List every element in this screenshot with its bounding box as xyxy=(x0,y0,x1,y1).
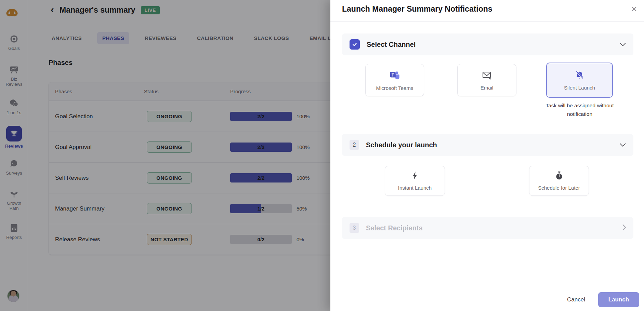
bell-slash-icon xyxy=(575,70,585,80)
schedule-option-label: Instant Launch xyxy=(398,185,432,191)
cancel-button[interactable]: Cancel xyxy=(567,296,585,303)
close-icon[interactable]: ✕ xyxy=(628,3,640,15)
chevron-down-icon xyxy=(620,41,626,48)
step-number-badge: 3 xyxy=(350,223,359,233)
step-complete-checkbox[interactable] xyxy=(350,39,360,50)
stopwatch-icon xyxy=(555,171,564,180)
modal-footer: Cancel Launch xyxy=(330,288,644,311)
section-title: Select Recipients xyxy=(366,224,423,232)
channel-option-label: Email xyxy=(481,85,494,91)
schedule-option-schedule-for-later[interactable]: Schedule for Later xyxy=(529,166,589,196)
section-title: Select Channel xyxy=(367,41,416,49)
microsoft-teams-icon xyxy=(389,70,400,81)
launch-notifications-modal: Launch Manager Summary Notifications ✕ S… xyxy=(330,0,644,311)
channel-option-email[interactable]: Email xyxy=(457,64,516,96)
schedule-option-instant-launch[interactable]: Instant Launch xyxy=(385,166,445,196)
channel-option-label: Silent Launch xyxy=(564,85,595,91)
chevron-down-icon xyxy=(620,142,626,148)
launch-button[interactable]: Launch xyxy=(598,292,639,307)
schedule-launch-section-header[interactable]: 2 Schedule your launch xyxy=(342,134,633,156)
schedule-option-label: Schedule for Later xyxy=(538,185,580,191)
modal-title: Launch Manager Summary Notifications xyxy=(342,4,492,14)
channel-option-microsoft-teams[interactable]: Microsoft Teams xyxy=(365,64,424,96)
lightning-bolt-icon xyxy=(411,171,419,180)
screen: Goals Biz Reviews 1 on 1s xyxy=(0,0,644,311)
check-icon xyxy=(352,41,358,48)
step-number-badge: 2 xyxy=(350,140,359,150)
select-recipients-section-header[interactable]: 3 Select Recipients xyxy=(342,217,633,239)
channel-option-silent-launch[interactable]: Silent Launch xyxy=(546,63,613,98)
silent-launch-note: Task will be assigned without notificati… xyxy=(535,101,625,118)
chevron-right-icon xyxy=(622,224,626,232)
email-icon xyxy=(482,70,492,80)
divider xyxy=(330,21,644,22)
channel-option-label: Microsoft Teams xyxy=(376,85,413,91)
select-channel-section-header[interactable]: Select Channel xyxy=(342,33,633,55)
section-title: Schedule your launch xyxy=(366,141,437,149)
